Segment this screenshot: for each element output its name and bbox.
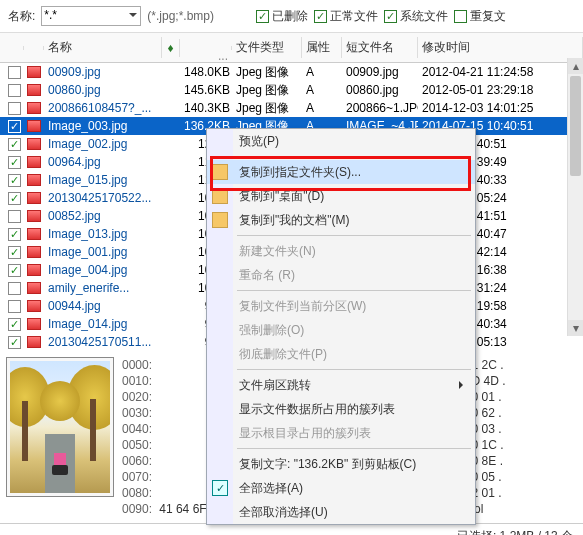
chk-normal[interactable]: ✓正常文件 <box>314 8 378 25</box>
menu-item[interactable]: 文件扇区跳转 <box>207 373 475 397</box>
row-checkbox[interactable]: ✓ <box>8 192 21 205</box>
jpeg-file-icon <box>27 84 41 96</box>
menu-item-label: 全部取消选择(U) <box>239 504 328 521</box>
menu-item[interactable]: 复制到"我的文档"(M) <box>207 208 475 232</box>
menu-item-label: 新建文件夹(N) <box>239 243 316 260</box>
file-time: 2012-04-21 11:24:58 <box>418 65 583 79</box>
row-checkbox[interactable] <box>8 66 21 79</box>
menu-item[interactable]: ✓全部选择(A) <box>207 476 475 500</box>
th-time[interactable]: 修改时间 <box>418 37 583 58</box>
row-checkbox[interactable]: ✓ <box>8 246 21 259</box>
menu-item-label: 显示文件数据所占用的簇列表 <box>239 401 395 418</box>
file-name: 00944.jpg <box>44 299 162 313</box>
row-checkbox[interactable] <box>8 282 21 295</box>
check-icon: ✓ <box>212 480 228 496</box>
jpeg-file-icon <box>27 264 41 276</box>
table-row[interactable]: 00860.jpg145.6KBJpeg 图像A00860.jpg2012-05… <box>0 81 583 99</box>
row-checkbox[interactable] <box>8 84 21 97</box>
th-type[interactable]: 文件类型 <box>232 37 302 58</box>
menu-item[interactable]: 复制到"桌面"(D) <box>207 184 475 208</box>
menu-item[interactable]: 预览(P) <box>207 129 475 153</box>
menu-item-label: 复制文字: "136.2KB" 到剪贴板(C) <box>239 456 416 473</box>
row-checkbox[interactable] <box>8 102 21 115</box>
menu-item: 新建文件夹(N) <box>207 239 475 263</box>
menu-item: 重命名 (R) <box>207 263 475 287</box>
row-checkbox[interactable]: ✓ <box>8 318 21 331</box>
row-checkbox[interactable]: ✓ <box>8 174 21 187</box>
row-checkbox[interactable]: ✓ <box>8 336 21 349</box>
th-attr[interactable]: 属性 <box>302 37 342 58</box>
menu-item-label: 强制删除(O) <box>239 322 304 339</box>
child-figure-icon <box>54 453 66 471</box>
file-name: amily_enerife... <box>44 281 162 295</box>
chk-reset[interactable]: 重复文 <box>454 8 506 25</box>
folder-icon <box>212 188 228 204</box>
menu-item[interactable]: 复制文字: "136.2KB" 到剪贴板(C) <box>207 452 475 476</box>
file-shortname: 00909.jpg <box>342 65 418 79</box>
row-checkbox[interactable]: ✓ <box>8 264 21 277</box>
file-size: 148.0KB <box>180 65 232 79</box>
scroll-up-icon[interactable]: ▴ <box>568 58 583 74</box>
jpeg-file-icon <box>27 318 41 330</box>
file-name: 00964.jpg <box>44 155 162 169</box>
jpeg-file-icon <box>27 300 41 312</box>
row-checkbox[interactable] <box>8 300 21 313</box>
folder-icon <box>212 164 228 180</box>
filter-label: 名称: <box>8 8 35 25</box>
table-row[interactable]: 00909.jpg148.0KBJpeg 图像A00909.jpg2012-04… <box>0 63 583 81</box>
submenu-arrow-icon <box>459 381 467 389</box>
jpeg-file-icon <box>27 228 41 240</box>
jpeg-file-icon <box>27 336 41 348</box>
menu-item[interactable]: 复制到指定文件夹(S)... <box>207 160 475 184</box>
menu-item: 彻底删除文件(P) <box>207 342 475 366</box>
vertical-scrollbar[interactable]: ▴ ▾ <box>567 58 583 336</box>
name-pattern-select[interactable]: *.* <box>41 6 141 26</box>
file-size: 140.3KB <box>180 101 232 115</box>
menu-item: 强制删除(O) <box>207 318 475 342</box>
th-name[interactable]: 名称 <box>44 37 162 58</box>
menu-item-label: 重命名 (R) <box>239 267 295 284</box>
row-checkbox[interactable]: ✓ <box>8 228 21 241</box>
th-rec[interactable]: ♦ <box>162 39 180 57</box>
menu-item[interactable]: 显示文件数据所占用的簇列表 <box>207 397 475 421</box>
file-name: Image_001.jpg <box>44 245 162 259</box>
scroll-thumb[interactable] <box>570 76 581 176</box>
file-name: Image_013.jpg <box>44 227 162 241</box>
scroll-down-icon[interactable]: ▾ <box>568 320 583 336</box>
file-name: 00860.jpg <box>44 83 162 97</box>
file-type: Jpeg 图像 <box>232 82 302 99</box>
file-size: 145.6KB <box>180 83 232 97</box>
jpeg-file-icon <box>27 156 41 168</box>
file-type: Jpeg 图像 <box>232 100 302 117</box>
row-checkbox[interactable]: ✓ <box>8 138 21 151</box>
table-header: 名称 ♦ ... 文件类型 属性 短文件名 修改时间 <box>0 33 583 63</box>
file-attr: A <box>302 65 342 79</box>
pattern-hint: (*.jpg;*.bmp) <box>147 9 214 23</box>
filter-bar: 名称: *.* (*.jpg;*.bmp) ✓已删除 ✓正常文件 ✓系统文件 重… <box>0 0 583 33</box>
file-name: 00909.jpg <box>44 65 162 79</box>
file-name: 20130425170511... <box>44 335 162 349</box>
file-type: Jpeg 图像 <box>232 64 302 81</box>
folder-icon <box>212 212 228 228</box>
menu-item-label: 预览(P) <box>239 133 279 150</box>
th-short[interactable]: 短文件名 <box>342 37 418 58</box>
chk-deleted[interactable]: ✓已删除 <box>256 8 308 25</box>
file-name: 200866108457?_... <box>44 101 162 115</box>
jpeg-file-icon <box>27 66 41 78</box>
jpeg-file-icon <box>27 210 41 222</box>
file-name: Image_015.jpg <box>44 173 162 187</box>
row-checkbox[interactable]: ✓ <box>8 120 21 133</box>
th-size[interactable]: ... <box>180 46 232 50</box>
row-checkbox[interactable] <box>8 210 21 223</box>
table-row[interactable]: 200866108457?_...140.3KBJpeg 图像A200866~1… <box>0 99 583 117</box>
row-checkbox[interactable]: ✓ <box>8 156 21 169</box>
jpeg-file-icon <box>27 174 41 186</box>
jpeg-file-icon <box>27 246 41 258</box>
menu-item[interactable]: 全部取消选择(U) <box>207 500 475 524</box>
chk-system[interactable]: ✓系统文件 <box>384 8 448 25</box>
file-shortname: 00860.jpg <box>342 83 418 97</box>
jpeg-file-icon <box>27 192 41 204</box>
file-name: 20130425170522... <box>44 191 162 205</box>
thumbnail-preview <box>6 357 114 497</box>
menu-item-label: 显示根目录占用的簇列表 <box>239 425 371 442</box>
